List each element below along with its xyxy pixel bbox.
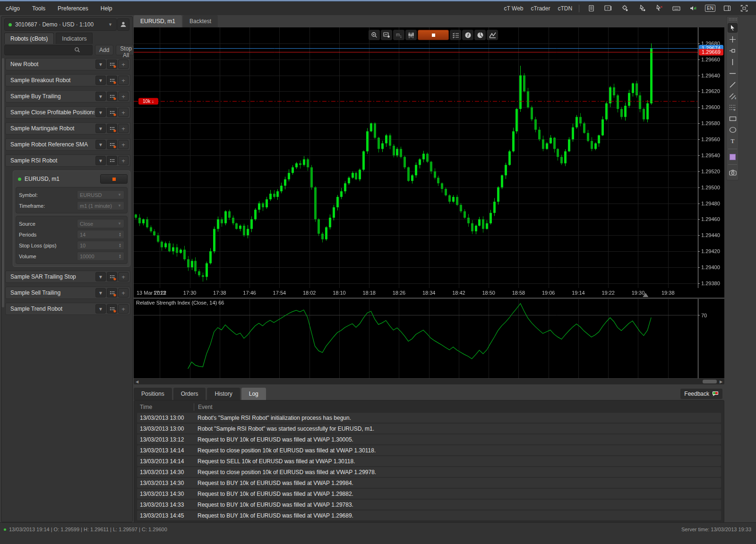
rsi-chart-canvas[interactable] [134,299,724,378]
stop-robot-button[interactable] [418,30,449,40]
chart-tab-eurusd-m1[interactable]: EURUSD, m1 [134,15,182,27]
robot-dropdown-button[interactable]: ▼ [95,156,106,165]
checklist-icon[interactable] [450,30,461,40]
polyline-icon[interactable] [487,30,498,40]
zoom-icon[interactable] [369,30,380,40]
scroll-left-arrow[interactable]: ◀ [134,379,140,384]
column-header-event[interactable]: Event [194,403,721,411]
robot-add-instance-button[interactable]: + [118,76,129,85]
tab-indicators[interactable]: Indicators [56,33,93,44]
robot-add-instance-button[interactable]: + [118,304,129,314]
timeframe-select[interactable]: m1 (1 minute)▼ [77,201,124,210]
robot-dropdown-button[interactable]: ▼ [95,60,106,69]
help-icon[interactable]: ? [603,4,613,13]
robot-add-instance-button[interactable]: + [118,140,129,149]
auto-trade-settings-icon[interactable] [620,4,630,13]
robot-dropdown-button[interactable]: ▼ [95,76,106,85]
robot-item[interactable]: Sample SAR Trailing Stop ▼ ✱ + [5,271,130,283]
stop-loss-stepper[interactable]: 10▲▼ [77,241,124,250]
robot-build-button[interactable]: ✱ [107,60,117,69]
robot-add-instance-button[interactable]: + [118,288,129,298]
keyboard-icon[interactable] [671,4,681,13]
price-chart-canvas[interactable] [134,27,724,288]
bottom-tab-orders[interactable]: Orders [173,388,206,400]
journal-icon[interactable] [586,4,596,13]
robot-add-instance-button[interactable]: + [118,108,129,117]
log-row[interactable]: 13/03/2013 14:30 Request to BUY 10k of E… [137,478,721,488]
candles-style-icon[interactable] [405,30,417,40]
trend-line-icon[interactable] [728,80,738,89]
volume-stepper[interactable]: 10000▲▼ [77,252,124,261]
rectangle-icon[interactable] [728,114,738,123]
price-marker-icon[interactable] [728,46,738,55]
robot-add-instance-button[interactable]: + [118,92,129,101]
fibonacci-icon[interactable]: F [728,102,738,112]
chart-tab-backtest[interactable]: Backtest [183,15,218,27]
log-row[interactable]: 13/03/2013 14:45 Request to BUY 10k of E… [137,510,721,520]
price-chart[interactable]: m1 f [134,27,724,288]
robot-build-button[interactable]: ✱ [107,304,117,314]
robot-dropdown-button[interactable]: ▼ [95,92,106,101]
robot-dropdown-button[interactable]: ▼ [95,304,106,314]
tab-robots-cbots-[interactable]: Robots (cBots) [4,33,54,44]
drag-grip[interactable] [729,18,737,21]
robot-dropdown-button[interactable]: ▼ [95,140,106,149]
robot-dropdown-button[interactable]: ▼ [95,288,106,298]
robot-dropdown-button[interactable]: ▼ [95,108,106,117]
log-row[interactable]: 13/03/2013 14:30 Request to close positi… [137,467,721,477]
menu-tools[interactable]: Tools [32,5,45,12]
color-swatch[interactable] [728,152,738,162]
scroll-right-arrow[interactable]: ▶ [718,379,724,384]
rsi-panel[interactable]: Relative Strength Index (Close, 14) 66 [134,299,724,378]
ellipse-icon[interactable] [728,125,738,135]
log-row[interactable]: 13/03/2013 14:14 Request to SELL 10k of … [137,456,721,466]
robot-build-button[interactable]: ✱ [107,272,117,281]
robot-item[interactable]: Sample Close Profitable Positions ▼ ✱ + [5,106,130,119]
symbol-select[interactable]: EURUSD▼ [77,190,124,199]
log-row[interactable]: 13/03/2013 14:30 Request to BUY 10k of E… [137,489,721,499]
robot-build-button[interactable]: ✱ [107,76,117,85]
bottom-tab-log[interactable]: Log [241,388,266,400]
language-badge[interactable]: EN [705,5,715,12]
chart-horizontal-scrollbar[interactable]: ◀ ▶ [134,379,724,384]
vertical-line-icon[interactable] [728,57,738,67]
bottom-tab-history[interactable]: History [207,388,240,400]
log-row[interactable]: 13/03/2013 13:00 Robot "Sample RSI Robot… [137,424,721,434]
robot-build-button[interactable]: ✱ [107,288,117,298]
log-row[interactable]: 13/03/2013 13:00 Robot's "Sample RSI Rob… [137,413,721,423]
source-select[interactable]: Close▼ [77,219,124,228]
robot-item[interactable]: Sample RSI Robot ▼ ✱ + [5,154,130,167]
crosshair-icon[interactable] [728,34,738,44]
scrollbar-thumb[interactable] [703,380,717,383]
pointer-settings-icon[interactable] [637,4,647,13]
robot-build-button[interactable]: ✱ [107,108,117,117]
equidistant-channel-icon[interactable]: E [728,91,738,101]
robot-dropdown-button[interactable]: ▼ [95,272,106,281]
column-header-time[interactable]: Time [137,404,194,410]
robot-item[interactable]: Sample Buy Trailing ▼ ✱ + [5,90,130,102]
account-user-button[interactable] [117,18,129,31]
stop-all-button[interactable]: Stop All [116,45,136,55]
link-ctdn[interactable]: cTDN [558,5,572,12]
robot-dropdown-button[interactable]: ▼ [95,124,106,133]
add-robot-button[interactable]: Add [95,45,113,55]
robot-add-instance-button[interactable]: + [118,156,129,165]
robot-build-button[interactable]: ✱ [107,156,117,165]
log-row[interactable]: 13/03/2013 14:14 Request to close positi… [137,445,721,455]
robot-add-instance-button[interactable]: + [118,124,129,133]
robot-instance-row[interactable]: EURUSD, m1 [16,173,128,185]
robot-item[interactable]: Sample Robot Reference SMA ▼ ✱ + [5,138,130,151]
robot-add-instance-button[interactable]: + [118,272,129,281]
robot-item[interactable]: New Robot ▼ ✱ + [5,58,130,70]
fullscreen-icon[interactable] [739,4,749,13]
robot-build-button[interactable]: ✱ [107,140,117,149]
bottom-tab-positions[interactable]: Positions [134,388,172,400]
chart-settings-icon[interactable] [381,30,392,40]
log-row[interactable]: 13/03/2013 13:12 Request to BUY 10k of E… [137,434,721,444]
robot-build-button[interactable]: ✱ [107,92,117,101]
robot-item[interactable]: Sample Sell Trailing ▼ ✱ + [5,287,130,299]
robot-add-instance-button[interactable]: + [118,60,129,69]
instance-stop-button[interactable] [100,174,128,184]
indicators-icon[interactable]: f [462,30,473,40]
pie-icon[interactable] [474,30,486,40]
